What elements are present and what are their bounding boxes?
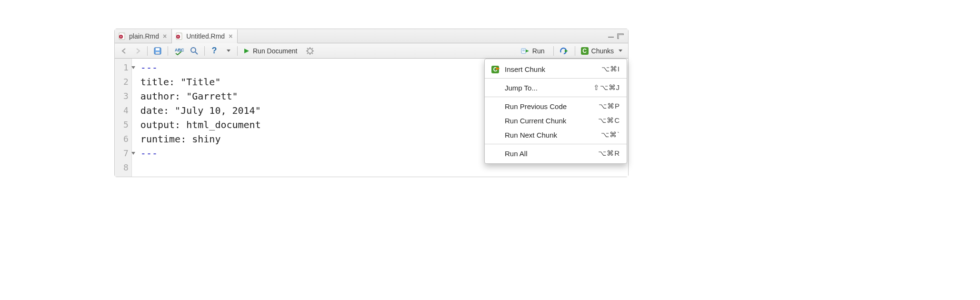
- menu-separator: [485, 144, 627, 144]
- run-document-button[interactable]: Run Document: [241, 45, 302, 57]
- menu-label: Run All: [505, 150, 593, 158]
- gutter: 1 2 3 4 5 6 7 8: [115, 59, 132, 177]
- line-number: 5: [123, 118, 129, 132]
- code-line: author: "Garrett": [140, 90, 238, 102]
- menu-run-next[interactable]: Run Next Chunk ⌥⌘`: [485, 128, 627, 142]
- svg-rect-10: [619, 35, 624, 39]
- line-number: 4: [123, 103, 129, 118]
- run-document-label: Run Document: [250, 47, 300, 55]
- window-controls: [607, 33, 628, 39]
- menu-shortcut: ⇧⌥⌘J: [593, 83, 620, 92]
- close-icon[interactable]: ×: [162, 32, 168, 40]
- code-line: ---: [140, 62, 158, 73]
- svg-text:ABC: ABC: [175, 48, 184, 52]
- svg-rect-8: [608, 37, 614, 38]
- help-dropdown[interactable]: [222, 45, 233, 57]
- separator: [237, 46, 238, 56]
- tab-bar: R plain.Rmd × R Untitled.Rmd ×: [115, 29, 628, 43]
- find-button[interactable]: [188, 45, 200, 57]
- menu-jump-to[interactable]: Jump To... ⇧⌥⌘J: [485, 80, 627, 95]
- menu-separator: [485, 97, 627, 97]
- svg-marker-17: [244, 49, 249, 53]
- menu-label: Run Previous Code: [505, 102, 594, 110]
- separator: [147, 46, 148, 56]
- svg-line-16: [195, 52, 198, 54]
- svg-rect-13: [156, 52, 160, 54]
- menu-separator: [485, 78, 627, 79]
- code-line: ---: [140, 148, 158, 159]
- rmd-file-icon: R: [176, 32, 183, 40]
- code-line: title: "Title": [140, 76, 221, 88]
- menu-label: Run Next Chunk: [505, 131, 596, 139]
- spellcheck-button[interactable]: ABC: [172, 45, 186, 57]
- tab-label: Untitled.Rmd: [186, 32, 225, 40]
- menu-shortcut: ⌥⌘R: [598, 149, 620, 158]
- close-icon[interactable]: ×: [228, 32, 233, 40]
- tab-label: plain.Rmd: [129, 32, 159, 40]
- menu-shortcut: ⌥⌘C: [598, 116, 620, 125]
- line-number: 8: [123, 160, 129, 175]
- chunks-icon: C: [581, 47, 589, 55]
- svg-line-23: [307, 48, 308, 49]
- code-line: output: html_document: [140, 119, 261, 130]
- separator: [553, 46, 554, 56]
- help-button[interactable]: ?: [209, 45, 220, 57]
- line-number: 2: [123, 75, 129, 89]
- forward-button[interactable]: [132, 45, 143, 57]
- tab-plain-rmd[interactable]: R plain.Rmd ×: [115, 29, 172, 43]
- svg-text:R: R: [177, 35, 179, 38]
- code-line: date: "July 10, 2014": [140, 105, 261, 116]
- svg-marker-32: [496, 67, 500, 70]
- chunks-button[interactable]: C Chunks: [579, 45, 624, 57]
- back-button[interactable]: [119, 45, 130, 57]
- run-button[interactable]: Run: [519, 45, 550, 57]
- svg-line-24: [312, 53, 313, 54]
- rmd-file-icon: R: [119, 32, 126, 40]
- menu-label: Jump To...: [505, 84, 589, 92]
- svg-rect-12: [156, 48, 160, 50]
- chunks-menu: C Insert Chunk ⌥⌘I Jump To... ⇧⌥⌘J Run P…: [484, 59, 627, 164]
- menu-run-previous[interactable]: Run Previous Code ⌥⌘P: [485, 99, 627, 113]
- svg-text:R: R: [120, 35, 122, 38]
- line-number: 6: [123, 132, 129, 146]
- svg-point-15: [191, 48, 196, 52]
- chevron-down-icon: [619, 50, 622, 52]
- svg-marker-30: [526, 50, 529, 52]
- rerun-button[interactable]: [558, 45, 571, 57]
- tab-untitled-rmd[interactable]: R Untitled.Rmd ×: [172, 30, 238, 43]
- insert-chunk-icon: C: [490, 65, 500, 73]
- save-button[interactable]: [151, 45, 164, 57]
- editor-pane: R plain.Rmd × R Untitled.Rmd ×: [114, 29, 629, 177]
- minimize-icon[interactable]: [607, 33, 615, 39]
- run-label: Run: [530, 47, 548, 55]
- line-number: 1: [123, 60, 129, 75]
- menu-run-all[interactable]: Run All ⌥⌘R: [485, 146, 627, 160]
- menu-shortcut: ⌥⌘P: [599, 102, 620, 110]
- svg-line-26: [312, 48, 313, 49]
- separator: [168, 46, 168, 56]
- svg-line-25: [307, 53, 308, 54]
- menu-label: Run Current Chunk: [505, 117, 593, 125]
- menu-shortcut: ⌥⌘I: [601, 65, 620, 73]
- code-line: runtime: shiny: [140, 133, 221, 145]
- maximize-icon[interactable]: [617, 33, 624, 39]
- line-number: 7: [123, 146, 129, 160]
- settings-button[interactable]: [304, 45, 316, 57]
- svg-point-18: [308, 49, 312, 53]
- menu-insert-chunk[interactable]: C Insert Chunk ⌥⌘I: [485, 62, 627, 76]
- chunks-label: Chunks: [589, 47, 617, 55]
- line-number: 3: [123, 89, 129, 103]
- menu-label: Insert Chunk: [505, 65, 597, 73]
- editor-toolbar: ABC ? Run Document Run C Chunks: [115, 43, 628, 59]
- separator: [204, 46, 205, 56]
- menu-run-current[interactable]: Run Current Chunk ⌥⌘C: [485, 113, 627, 128]
- separator: [575, 46, 575, 56]
- menu-shortcut: ⌥⌘`: [601, 130, 620, 139]
